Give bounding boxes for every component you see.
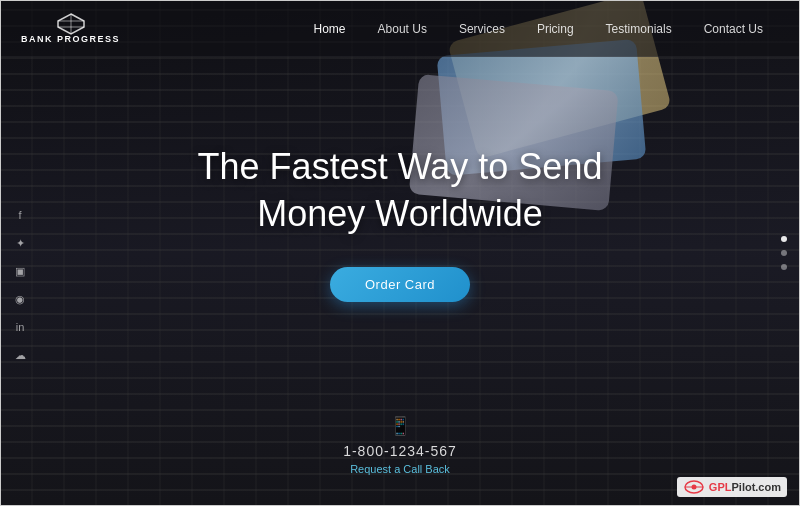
phone-icon: 📱 bbox=[389, 415, 411, 437]
callback-link[interactable]: Request a Call Back bbox=[350, 463, 450, 475]
nav-pricing[interactable]: Pricing bbox=[521, 22, 590, 36]
logo-icon bbox=[57, 13, 85, 35]
nav-testimonials[interactable]: Testimonials bbox=[590, 22, 688, 36]
dot-2[interactable] bbox=[781, 250, 787, 256]
page-wrapper: BANK PROGRESS Home About Us Services Pri… bbox=[0, 0, 800, 506]
twitter-icon[interactable]: ✦ bbox=[11, 234, 29, 252]
watermark: GPLPilot.com bbox=[677, 477, 787, 497]
watermark-text: GPLPilot.com bbox=[709, 481, 781, 493]
logo-text: BANK PROGRESS bbox=[21, 35, 120, 44]
navbar: BANK PROGRESS Home About Us Services Pri… bbox=[1, 1, 799, 57]
nav-contact[interactable]: Contact Us bbox=[688, 22, 779, 36]
nav-links: Home About Us Services Pricing Testimoni… bbox=[298, 22, 779, 36]
youtube-icon[interactable]: ◉ bbox=[11, 290, 29, 308]
facebook-icon[interactable]: f bbox=[11, 206, 29, 224]
watermark-logo bbox=[683, 479, 705, 495]
dot-3[interactable] bbox=[781, 264, 787, 270]
linkedin-icon[interactable]: in bbox=[11, 318, 29, 336]
dot-1[interactable] bbox=[781, 236, 787, 242]
nav-about[interactable]: About Us bbox=[362, 22, 443, 36]
logo[interactable]: BANK PROGRESS bbox=[21, 13, 120, 44]
dot-navigation bbox=[781, 236, 787, 270]
instagram-icon[interactable]: ▣ bbox=[11, 262, 29, 280]
social-sidebar: f ✦ ▣ ◉ in ☁ bbox=[11, 206, 29, 364]
skype-icon[interactable]: ☁ bbox=[11, 346, 29, 364]
nav-home[interactable]: Home bbox=[298, 22, 362, 36]
hero-title: The Fastest Way to Send Money Worldwide bbox=[198, 144, 603, 238]
phone-number: 1-800-1234-567 bbox=[343, 443, 457, 459]
nav-services[interactable]: Services bbox=[443, 22, 521, 36]
bottom-section: 📱 1-800-1234-567 Request a Call Back bbox=[1, 415, 799, 475]
order-card-button[interactable]: Order Card bbox=[330, 267, 470, 302]
